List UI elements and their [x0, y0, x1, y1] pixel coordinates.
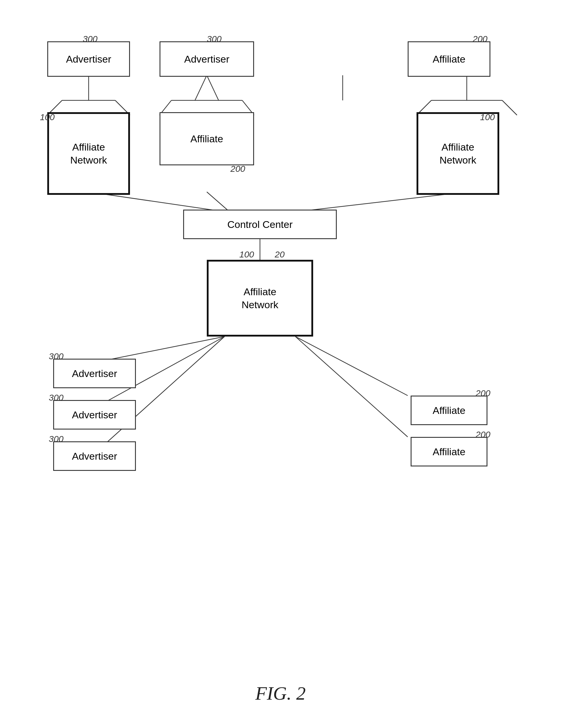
advertiser3-box: Advertiser — [53, 359, 136, 388]
affiliate-network-right-box: AffiliateNetwork — [417, 112, 499, 195]
advertiser2-label: Advertiser — [184, 53, 229, 66]
affiliate-center-mid-label: Affiliate — [190, 132, 223, 145]
ref-100-cc: 100 — [239, 249, 254, 259]
ref-200-mc: 200 — [230, 164, 245, 174]
svg-line-22 — [296, 337, 408, 437]
svg-line-2 — [207, 75, 218, 100]
ref-100-ml: 100 — [40, 112, 55, 122]
ref-200-tr: 200 — [473, 34, 487, 44]
affiliate-br2-label: Affiliate — [433, 445, 466, 458]
advertiser4-box: Advertiser — [53, 400, 136, 430]
svg-line-21 — [296, 337, 408, 396]
figure-caption: FIG. 2 — [255, 683, 306, 704]
advertiser5-label: Advertiser — [72, 450, 117, 463]
ref-300-tm: 300 — [207, 34, 221, 44]
ref-100-mr: 100 — [480, 112, 495, 122]
ref-20-cc: 20 — [275, 249, 285, 259]
advertiser5-box: Advertiser — [53, 441, 136, 471]
advertiser4-label: Advertiser — [72, 408, 117, 421]
advertiser1-label: Advertiser — [66, 53, 111, 66]
affiliate-br1-box: Affiliate — [411, 396, 487, 425]
svg-line-1 — [195, 75, 207, 100]
advertiser2-box: Advertiser — [159, 41, 254, 77]
affiliate-network-right-label: AffiliateNetwork — [440, 141, 477, 167]
affiliate-network-left-label: AffiliateNetwork — [70, 141, 107, 167]
control-center-label: Control Center — [227, 218, 293, 231]
advertiser3-label: Advertiser — [72, 367, 117, 380]
figure-label: FIG. 2 — [255, 683, 306, 704]
diagram-container: Advertiser 300 Advertiser 300 Affiliate … — [24, 18, 538, 667]
ref-300-tl: 300 — [83, 34, 97, 44]
affiliate-center-mid-box: Affiliate — [159, 112, 254, 165]
advertiser1-box: Advertiser — [47, 41, 130, 77]
svg-line-13 — [502, 100, 517, 115]
affiliate-top-label: Affiliate — [433, 53, 466, 66]
affiliate-network-left-box: AffiliateNetwork — [47, 112, 130, 195]
affiliate-network-main-label: AffiliateNetwork — [242, 285, 278, 311]
affiliate-top-box: Affiliate — [408, 41, 490, 77]
affiliate-br2-box: Affiliate — [411, 437, 487, 466]
affiliate-network-main-box: AffiliateNetwork — [207, 260, 313, 337]
svg-line-18 — [106, 337, 224, 360]
control-center-box: Control Center — [183, 210, 337, 239]
affiliate-br1-label: Affiliate — [433, 404, 466, 417]
